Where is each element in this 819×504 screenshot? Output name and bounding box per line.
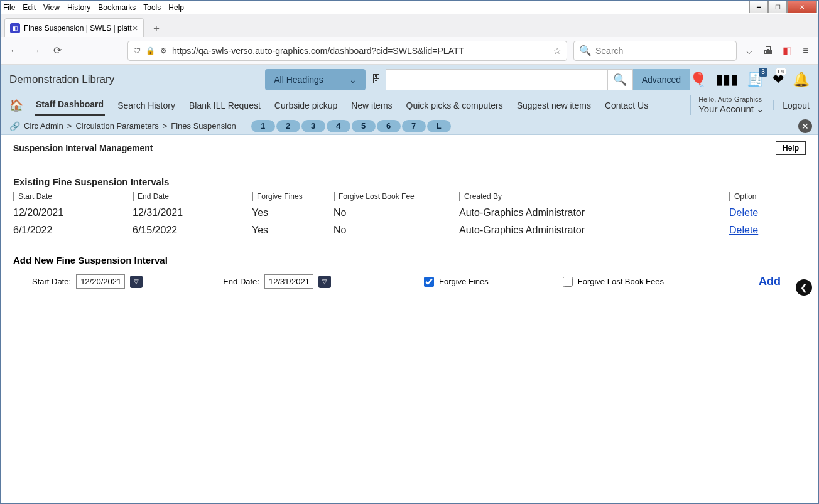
nav-staff-dashboard[interactable]: Staff Dashboard xyxy=(35,94,105,116)
cell-start: 12/20/2021 xyxy=(13,207,133,218)
pager-6[interactable]: 6 xyxy=(377,120,401,132)
table-row: 6/1/2022 6/15/2022 Yes No Auto-Graphics … xyxy=(13,225,806,236)
advanced-search-button[interactable]: Advanced xyxy=(633,69,690,90)
menu-edit[interactable]: Edit xyxy=(23,3,36,12)
hello-text: Hello, Auto-Graphics xyxy=(698,95,764,104)
headings-dropdown[interactable]: All Headings ⌄ xyxy=(265,69,366,90)
end-date-label: End Date: xyxy=(223,277,259,286)
balloon-icon[interactable]: 🎈 xyxy=(690,72,707,88)
barcode-icon[interactable]: ▮▮▮ xyxy=(715,72,738,88)
browser-toolbar: ← → ⟳ 🛡 🔒 ⚙ https://qa-swls-verso.auto-g… xyxy=(1,37,818,65)
extension-icon[interactable]: ◧ xyxy=(781,45,793,57)
window-maximize[interactable]: ☐ xyxy=(768,1,787,13)
app-header: Demonstration Library All Headings ⌄ 🗄 🔍… xyxy=(1,65,818,94)
catalog-search-input[interactable] xyxy=(386,69,607,90)
link-icon: 🔗 xyxy=(9,121,20,131)
browser-menubar: File Edit View History Bookmarks Tools H… xyxy=(1,1,818,14)
forgive-lost-label: Forgive Lost Book Fees xyxy=(578,277,664,286)
notifications-icon[interactable]: 🔔 xyxy=(793,72,810,88)
print-icon[interactable]: 🖶 xyxy=(762,45,774,57)
pager: 1 2 3 4 5 6 7 L xyxy=(251,120,452,132)
pager-1[interactable]: 1 xyxy=(251,120,275,132)
url-bar[interactable]: 🛡 🔒 ⚙ https://qa-swls-verso.auto-graphic… xyxy=(127,41,567,61)
app-menu-icon[interactable]: ≡ xyxy=(800,45,812,57)
url-text: https://qa-swls-verso.auto-graphics.com/… xyxy=(172,46,548,56)
pager-4[interactable]: 4 xyxy=(327,120,350,132)
pager-7[interactable]: 7 xyxy=(402,120,426,132)
existing-intervals-heading: Existing Fine Suspension Intervals xyxy=(13,176,806,187)
cell-end: 12/31/2021 xyxy=(133,207,252,218)
pager-2[interactable]: 2 xyxy=(276,120,300,132)
start-calendar-icon[interactable]: ▽ xyxy=(130,276,143,288)
browser-tab[interactable]: ◧ Fines Suspension | SWLS | platt ✕ xyxy=(4,18,144,37)
bookmark-star-icon[interactable]: ☆ xyxy=(553,46,561,56)
browser-search-input[interactable] xyxy=(595,46,731,56)
catalog-search-button[interactable]: 🔍 xyxy=(608,69,633,90)
forgive-fines-label: Forgive Fines xyxy=(439,277,489,286)
favorites-icon[interactable]: ❤F9 xyxy=(773,72,784,88)
delete-link[interactable]: Delete xyxy=(729,207,792,218)
cell-cb: Auto-Graphics Administrator xyxy=(459,225,729,236)
nav-suggest[interactable]: Suggest new items xyxy=(516,95,592,115)
delete-link[interactable]: Delete xyxy=(729,225,792,236)
receipt-icon[interactable]: 🧾3 xyxy=(747,72,764,88)
permissions-icon: ⚙ xyxy=(160,46,167,55)
nav-new-items[interactable]: New items xyxy=(350,95,393,115)
cell-ff: Yes xyxy=(252,207,334,218)
library-name: Demonstration Library xyxy=(9,73,114,86)
add-interval-heading: Add New Fine Suspension Interval xyxy=(13,255,806,265)
forgive-lost-checkbox[interactable] xyxy=(563,277,573,287)
window-minimize[interactable]: ━ xyxy=(749,1,768,13)
table-row: 12/20/2021 12/31/2021 Yes No Auto-Graphi… xyxy=(13,207,806,218)
menu-help[interactable]: Help xyxy=(168,3,184,12)
page-content: Suspension Interval Management Help Exis… xyxy=(1,135,818,295)
account-block[interactable]: Hello, Auto-Graphics Your Account ⌄ xyxy=(690,95,764,115)
menu-history[interactable]: History xyxy=(67,3,90,12)
menu-tools[interactable]: Tools xyxy=(143,3,161,12)
tabstrip: ◧ Fines Suspension | SWLS | platt ✕ ＋ xyxy=(1,14,818,37)
pager-last[interactable]: L xyxy=(427,120,451,132)
menu-file[interactable]: File xyxy=(3,3,15,12)
close-panel-icon[interactable]: ✕ xyxy=(798,119,812,133)
cell-flb: No xyxy=(334,207,459,218)
back-bubble-icon[interactable]: ❮ xyxy=(796,279,812,296)
col-start: Start Date xyxy=(13,192,133,201)
crumb-2[interactable]: Circulation Parameters xyxy=(75,121,158,131)
col-forgive-lost: Forgive Lost Book Fee xyxy=(334,192,459,201)
menu-bookmarks[interactable]: Bookmarks xyxy=(98,3,136,12)
back-button[interactable]: ← xyxy=(7,43,22,58)
end-calendar-icon[interactable]: ▽ xyxy=(318,276,331,288)
crumb-3[interactable]: Fines Suspension xyxy=(171,121,236,131)
window-close[interactable]: ✕ xyxy=(787,1,817,13)
new-tab-button[interactable]: ＋ xyxy=(148,19,165,37)
browser-search[interactable]: 🔍 xyxy=(573,41,737,61)
pager-5[interactable]: 5 xyxy=(352,120,376,132)
reload-button[interactable]: ⟳ xyxy=(50,43,65,58)
nav-blank-ill[interactable]: Blank ILL Request xyxy=(188,95,262,115)
end-date-input[interactable] xyxy=(264,274,313,289)
chevron-down-icon: ⌄ xyxy=(349,75,357,85)
home-icon[interactable]: 🏠 xyxy=(9,99,23,112)
favorites-badge: F9 xyxy=(776,68,786,75)
crumb-1[interactable]: Circ Admin xyxy=(24,121,63,131)
pager-3[interactable]: 3 xyxy=(301,120,325,132)
nav-curbside[interactable]: Curbside pickup xyxy=(273,95,339,115)
pocket-icon[interactable]: ⌵ xyxy=(743,45,756,57)
col-forgive-fines: Forgive Fines xyxy=(252,192,334,201)
nav-search-history[interactable]: Search History xyxy=(116,95,176,115)
cell-end: 6/15/2022 xyxy=(133,225,252,236)
add-button[interactable]: Add xyxy=(759,275,781,288)
tab-close[interactable]: ✕ xyxy=(132,24,138,33)
add-row: Start Date: ▽ End Date: ▽ Forgive Fines … xyxy=(13,274,806,289)
forgive-fines-checkbox[interactable] xyxy=(424,277,434,287)
start-date-input[interactable] xyxy=(76,274,125,289)
database-icon[interactable]: 🗄 xyxy=(369,69,383,90)
lock-icon: 🔒 xyxy=(146,46,155,55)
col-option: Option xyxy=(729,192,792,201)
forward-button[interactable]: → xyxy=(28,43,43,58)
logout-link[interactable]: Logout xyxy=(773,100,810,110)
help-button[interactable]: Help xyxy=(776,141,806,155)
nav-contact[interactable]: Contact Us xyxy=(604,95,649,115)
nav-quick-picks[interactable]: Quick picks & computers xyxy=(405,95,504,115)
menu-view[interactable]: View xyxy=(43,3,60,12)
